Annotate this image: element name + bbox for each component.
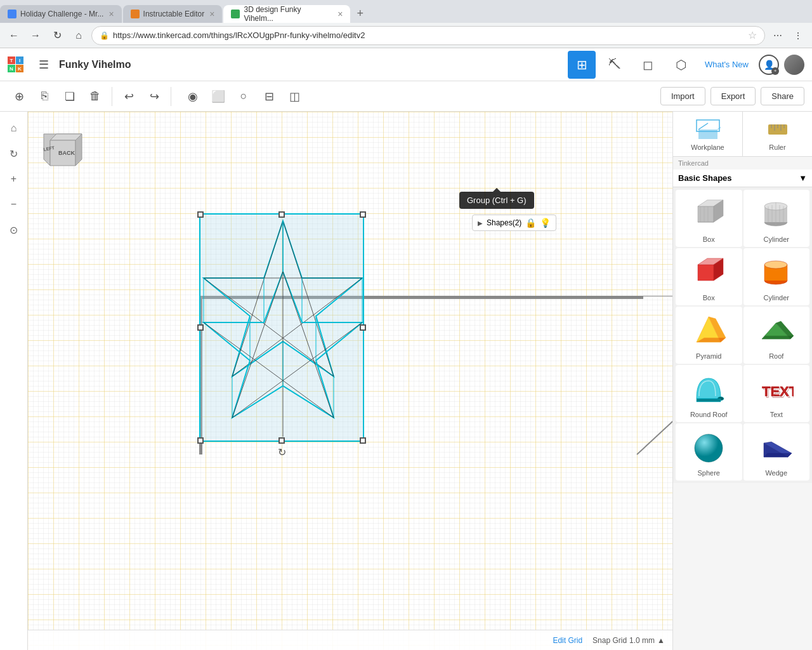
shape-round-roof[interactable]: Round Roof [676,365,742,422]
canvas-area[interactable]: BACK LEFT [28,112,672,650]
tab-3-label: 3D design Funky Vihelm... [244,5,332,23]
import-button[interactable]: Import [660,87,705,105]
sphere-icon [690,428,728,467]
shape-box-red[interactable]: Box [676,248,742,305]
url-box[interactable]: 🔒 https://www.tinkercad.com/things/lRcXO… [91,26,765,45]
shapes-panel-header[interactable]: ▶ Shapes(2) 🔒 💡 [472,215,556,231]
shape-sphere[interactable]: Sphere [676,423,742,481]
handle-bl[interactable] [197,437,204,444]
align-h-btn[interactable]: ⬜ [207,85,230,108]
mirror-btn[interactable]: ◫ [283,85,306,108]
shape-wedge[interactable]: Wedge [743,423,810,481]
cylinder-gray-label: Cylinder [764,235,789,243]
zoom-in-btn[interactable]: + [3,168,25,190]
group-btn[interactable]: ⬡ [667,51,695,79]
handle-ml[interactable] [197,324,204,331]
tab-1-close[interactable]: × [108,10,114,18]
panel-dropdown[interactable]: Basic Shapes ▼ [673,169,812,187]
export-button[interactable]: Export [710,87,756,105]
second-toolbar: ⊕ ⎘ ❏ 🗑 ↩ ↪ ◉ ⬜ ○ [0,81,812,112]
tab-3[interactable]: 3D design Funky Vihelm... × [223,5,350,23]
add-person-button[interactable]: 👤 + [759,55,779,75]
roof-label: Roof [769,352,783,360]
snap-dropdown-icon[interactable]: ▲ [657,636,665,645]
logo-k: K [16,65,23,72]
handle-bm[interactable] [278,437,285,444]
hamburger-menu[interactable]: ☰ [34,55,54,75]
duplicate-btn[interactable]: ❏ [58,85,81,108]
workplane-btn[interactable]: Workplane [673,112,743,156]
shapes-btn[interactable]: ◻ [634,51,662,79]
shape-roof[interactable]: Roof [743,307,810,364]
bookmark-icon[interactable]: ☆ [748,29,757,41]
forward-button[interactable]: → [27,27,44,44]
shape-box-gray[interactable]: Box [676,190,742,247]
logo-i: I [16,56,23,64]
home-button[interactable]: ⌂ [70,27,88,44]
tab-3-close[interactable]: × [337,10,343,18]
shape-pyramid[interactable]: Pyramid [676,307,742,364]
pyramid-label: Pyramid [696,352,721,360]
back-button[interactable]: ← [5,27,23,44]
fit-view-btn[interactable]: ⊙ [3,218,25,241]
browser-menu-icon[interactable]: ⋮ [789,27,807,44]
left-panel: ⌂ ↻ + − ⊙ [0,112,28,650]
undo-icon: ↩ [124,90,134,103]
handle-tm[interactable] [278,211,285,218]
ruler-btn[interactable]: Ruler [743,112,812,156]
url-text: https://www.tinkercad.com/things/lRcXOUg… [113,30,744,40]
point-icon: ◉ [188,90,198,103]
hammer-btn[interactable]: ⛏ [601,51,629,79]
handle-br[interactable] [360,437,366,444]
wedge-label: Wedge [765,469,787,477]
rotate-view-btn[interactable]: ↻ [3,142,25,165]
svg-line-28 [204,322,334,418]
project-title: Funky Vihelmo [59,59,563,70]
browser-menu-icons: ⋯ ⋮ [769,27,807,44]
redo-btn[interactable]: ↪ [143,85,166,108]
delete-btn[interactable]: 🗑 [84,85,107,108]
shapes-bulb-icon: 💡 [540,218,551,228]
whats-new-button[interactable]: What's New [700,57,754,72]
tab-2[interactable]: Instructable Editor × [123,5,223,23]
shape-cylinder-orange[interactable]: Cylinder [743,248,810,305]
reload-button[interactable]: ↻ [48,27,66,44]
shape-text[interactable]: TEXT TEXT Text [743,365,810,422]
star-svg [200,215,365,443]
copy-icon: ⎘ [41,90,48,103]
extensions-icon[interactable]: ⋯ [769,27,787,44]
share-button[interactable]: Share [761,87,804,105]
add-badge: + [771,67,779,75]
new-object-btn[interactable]: ⊕ [8,85,30,108]
sphere-label: Sphere [698,469,720,477]
user-avatar[interactable] [784,55,804,75]
cube-svg: BACK LEFT [41,124,91,175]
snap-value: 1.0 mm [629,636,655,645]
view-cube[interactable]: BACK LEFT [41,124,91,175]
copy-btn[interactable]: ⎘ [33,85,56,108]
zoom-out-btn[interactable]: − [3,193,25,216]
pyramid-icon [690,312,728,350]
wedge-svg [759,430,794,465]
point-tool-btn[interactable]: ◉ [181,85,204,108]
tab-2-close[interactable]: × [209,10,214,18]
undo-btn[interactable]: ↩ [117,85,140,108]
align-v-icon: ○ [240,90,247,103]
avatar-image [784,55,804,75]
box-gray-label: Box [703,235,715,243]
align-left-btn[interactable]: ⊟ [258,85,280,108]
edit-grid-label[interactable]: Edit Grid [553,636,582,645]
tab-1[interactable]: Holiday Challenge - Mr... × [0,5,122,23]
selected-object[interactable]: ↻ [199,213,364,442]
align-v-btn[interactable]: ○ [232,85,255,108]
rotate-handle[interactable]: ↻ [278,446,286,458]
grid-view-btn[interactable]: ⊞ [568,51,596,79]
handle-tr[interactable] [360,211,366,218]
align-tools: ◉ ⬜ ○ ⊟ ◫ [181,85,306,108]
svg-line-15 [232,221,283,376]
handle-mr[interactable] [360,324,366,331]
handle-tl[interactable] [197,211,204,218]
shape-cylinder-gray[interactable]: Cylinder [743,190,810,247]
home-view-btn[interactable]: ⌂ [3,117,25,140]
new-tab-button[interactable]: + [351,4,369,23]
